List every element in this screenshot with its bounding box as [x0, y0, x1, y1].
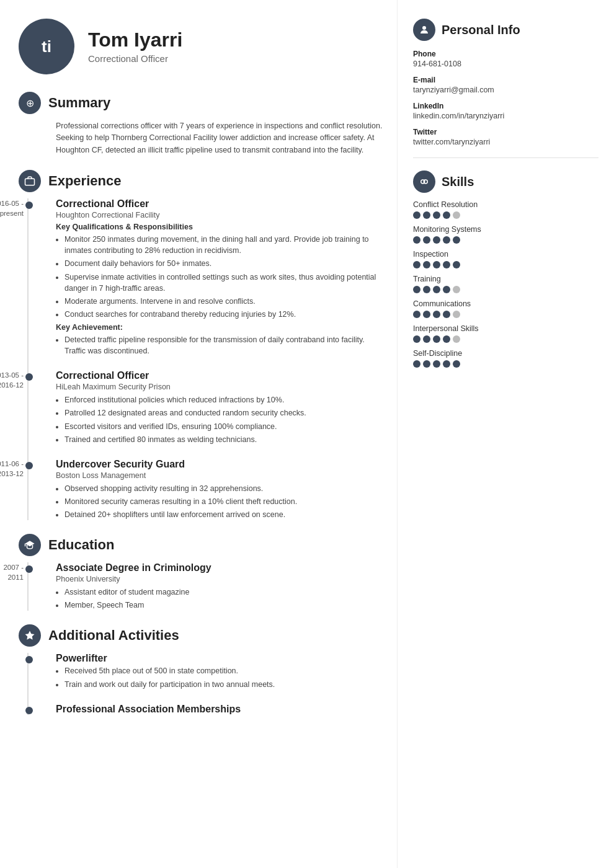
personal-info-header: Personal Info [413, 19, 598, 41]
dot-empty [453, 286, 460, 293]
job-company: HiLeah Maximum Security Prison [56, 383, 385, 391]
timeline-dot [25, 707, 33, 714]
experience-item: 2016-05 - presentCorrectional OfficerHou… [56, 198, 385, 356]
dot-filled [413, 211, 420, 219]
job-title: Correctional Officer [56, 370, 385, 381]
dot-filled [423, 286, 430, 293]
divider [413, 157, 598, 158]
dot-filled [423, 311, 430, 318]
skill-item: Interpersonal Skills [413, 324, 598, 343]
skill-name: Training [413, 275, 598, 283]
timeline-dot [25, 373, 33, 381]
experience-item: 2011-06 - 2013-12Undercover Security Gua… [56, 459, 385, 520]
summary-text: Professional corrections officer with 7 … [19, 120, 385, 156]
job-bullet: Monitored security cameras resulting in … [65, 496, 385, 507]
activity-item: Professional Association Memberships [56, 704, 385, 715]
svg-rect-0 [25, 179, 35, 185]
dot-filled [443, 286, 450, 293]
job-bullet: Enforced institutional policies which re… [65, 394, 385, 405]
job-bullet: Conduct searches for contraband thereby … [65, 309, 385, 320]
experience-header: Experience [19, 170, 385, 192]
summary-icon: ⊕ [19, 92, 41, 114]
job-subheading: Key Achievement: [56, 323, 385, 332]
experience-timeline: 2016-05 - presentCorrectional OfficerHou… [19, 198, 385, 520]
dot-filled [433, 360, 440, 368]
info-label: Phone [413, 50, 598, 58]
dot-filled [443, 211, 450, 219]
job-bullet: Document daily behaviors for 50+ inmates… [65, 258, 385, 269]
timeline-dot [25, 202, 33, 209]
skill-dots [413, 236, 598, 244]
activities-title: Additional Activities [48, 627, 179, 644]
dot-filled [433, 335, 440, 343]
skill-dots [413, 335, 598, 343]
timeline-dot [25, 656, 33, 663]
dot-filled [413, 286, 420, 293]
resume-wrapper: ti Tom Iyarri Correctional Officer ⊕ Sum… [0, 0, 614, 868]
job-bullets: Enforced institutional policies which re… [56, 394, 385, 445]
dot-filled [453, 360, 460, 368]
timeline-dot [25, 462, 33, 469]
experience-icon [19, 170, 41, 192]
skill-item: Communications [413, 299, 598, 318]
skill-dots [413, 311, 598, 318]
skill-item: Inspection [413, 250, 598, 268]
activities-icon [19, 624, 41, 647]
skill-name: Monitoring Systems [413, 225, 598, 234]
skill-dots [413, 286, 598, 293]
dot-filled [433, 211, 440, 219]
job-bullets: Monitor 250 inmates during movement, in … [56, 234, 385, 320]
personal-info-icon [413, 19, 435, 41]
info-value: linkedin.com/in/tarynziyarri [413, 112, 598, 120]
dot-filled [433, 286, 440, 293]
edu-date: 2007 - 2011 [0, 562, 24, 582]
dot-filled [453, 236, 460, 244]
skill-name: Conflict Resolution [413, 200, 598, 209]
summary-header: ⊕ Summary [19, 92, 385, 114]
info-value: 914-681-0108 [413, 60, 598, 68]
skill-dots [413, 211, 598, 219]
edu-bullet: Assistant editor of student magazine [65, 587, 385, 598]
job-bullet: Moderate arguments. Intervene in and res… [65, 296, 385, 307]
job-company: Boston Loss Management [56, 471, 385, 480]
info-value: twitter.com/tarynziyarri [413, 138, 598, 146]
header-text: Tom Iyarri Correctional Officer [88, 29, 182, 64]
left-column: ti Tom Iyarri Correctional Officer ⊕ Sum… [0, 0, 397, 868]
info-value: tarynziyarri@gmail.com [413, 86, 598, 94]
skills-title: Skills [442, 175, 474, 189]
job-subheading: Key Qualifications & Responsibilities [56, 223, 385, 231]
skill-dots [413, 360, 598, 368]
job-bullet: Detained 20+ shoplifters until law enfor… [65, 509, 385, 520]
dot-filled [423, 360, 430, 368]
dot-filled [423, 211, 430, 219]
svg-point-1 [422, 26, 426, 30]
skill-item: Self-Discipline [413, 349, 598, 368]
info-item: Phone914-681-0108 [413, 50, 598, 68]
dot-filled [423, 261, 430, 268]
activities-header: Additional Activities [19, 624, 385, 647]
job-bullet: Patrolled 12 designated areas and conduc… [65, 407, 385, 418]
info-item: Twittertwitter.com/tarynziyarri [413, 128, 598, 146]
dot-filled [413, 311, 420, 318]
education-section: Education 2007 - 2011Associate Degree in… [19, 534, 385, 611]
job-bullets: Observed shopping activity resulting in … [56, 483, 385, 520]
summary-title: Summary [48, 95, 110, 111]
job-bullet: Supervise inmate activities in controlle… [65, 272, 385, 294]
dot-filled [433, 261, 440, 268]
dot-filled [413, 335, 420, 343]
right-column: Personal Info Phone914-681-0108E-mailtar… [397, 0, 614, 868]
skill-item: Monitoring Systems [413, 225, 598, 244]
job-company: Houghton Correctional Facility [56, 211, 385, 219]
resume-header: ti Tom Iyarri Correctional Officer [19, 19, 385, 74]
activity-bullet: Train and work out daily for participati… [65, 679, 385, 690]
job-title: Undercover Security Guard [56, 459, 385, 470]
job-date: 2016-05 - present [0, 198, 24, 218]
experience-item: 2013-05 - 2016-12Correctional OfficerHiL… [56, 370, 385, 445]
dot-filled [413, 236, 420, 244]
activities-timeline: PowerlifterReceived 5th place out of 500… [19, 653, 385, 714]
skills-header: Skills [413, 170, 598, 193]
activities-section: Additional Activities PowerlifterReceive… [19, 624, 385, 714]
info-item: E-mailtarynziyarri@gmail.com [413, 76, 598, 94]
skill-dots [413, 261, 598, 268]
activity-item: PowerlifterReceived 5th place out of 500… [56, 653, 385, 689]
